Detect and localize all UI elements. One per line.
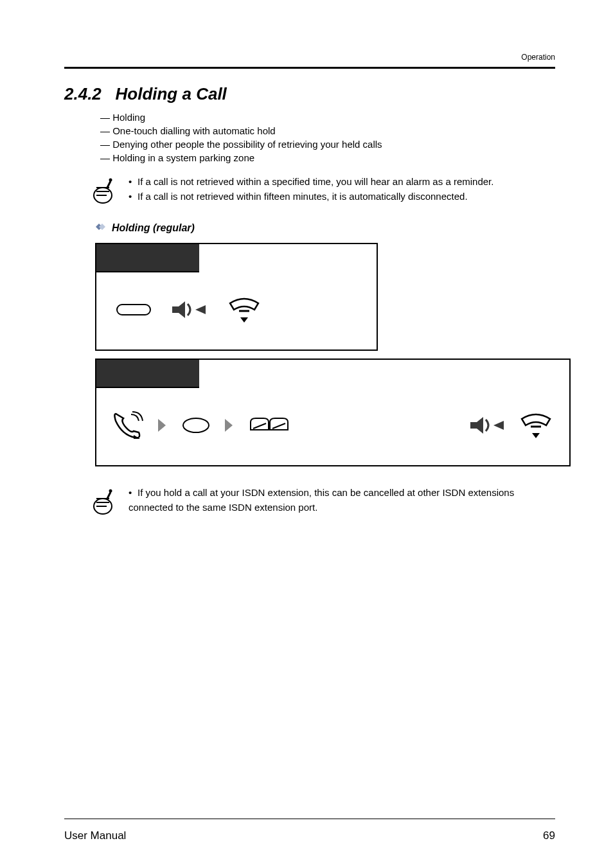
svg-point-15 — [183, 418, 209, 432]
note-block-bottom: •If you hold a call at your ISDN extensi… — [93, 486, 555, 515]
button-key-icon — [181, 416, 211, 438]
section-title: Holding a Call — [116, 84, 227, 103]
note-text-group: •If you hold a call at your ISDN extensi… — [129, 486, 527, 515]
procedure-panel-2 — [95, 359, 571, 466]
confirmation-tone-icon — [171, 300, 207, 322]
svg-point-4 — [109, 179, 112, 182]
svg-rect-19 — [470, 422, 477, 429]
arrow-right-icon — [157, 418, 168, 436]
subitem: — One-touch dialling with automatic hold — [100, 124, 555, 137]
svg-point-27 — [109, 490, 112, 493]
handset-offhook-icon — [112, 411, 144, 443]
subitem: — Holding in a system parking zone — [100, 151, 555, 164]
svg-line-17 — [253, 423, 266, 429]
clipboard-icon — [93, 486, 118, 515]
svg-line-18 — [272, 423, 285, 429]
subitem: — Holding — [100, 111, 555, 124]
header-section: Operation — [521, 53, 555, 62]
handset-down-icon — [518, 412, 554, 441]
button-key-icon — [116, 301, 152, 321]
confirmation-tone-icon — [469, 416, 505, 438]
panel-body — [96, 388, 569, 465]
clipboard-icon — [93, 175, 118, 204]
subheading: Holding (regular) — [112, 222, 195, 234]
panel-body — [96, 272, 377, 350]
panel-tab — [96, 360, 199, 388]
section-number: 2.4.2 — [64, 84, 102, 103]
svg-marker-12 — [240, 317, 248, 323]
arrow-right-icon — [224, 418, 235, 436]
note-line: •If a call is not retrieved within a spe… — [129, 175, 493, 190]
handset-down-icon — [226, 297, 262, 325]
page-footer: User Manual 69 — [64, 819, 555, 842]
diamond-bullet-icon — [93, 222, 107, 234]
footer-rule — [64, 819, 555, 819]
procedure-panel-1 — [95, 243, 378, 351]
svg-rect-9 — [172, 306, 179, 313]
subheading-row: Holding (regular) — [93, 222, 555, 234]
svg-marker-20 — [493, 421, 504, 430]
page: Operation 2.4.2 Holding a Call — Holding… — [0, 0, 613, 868]
note-text-group: •If a call is not retrieved within a spe… — [129, 175, 493, 204]
double-key-icon — [248, 416, 290, 438]
header-rule — [64, 67, 555, 69]
page-number: 69 — [543, 829, 555, 842]
svg-marker-14 — [158, 419, 166, 432]
section-sublist: — Holding — One-touch dialling with auto… — [100, 111, 555, 164]
note-line: •If a call is not retrieved within fifte… — [129, 190, 493, 204]
subitem: — Denying other people the possibility o… — [100, 137, 555, 151]
note-block-top: •If a call is not retrieved within a spe… — [93, 175, 555, 204]
section-heading: 2.4.2 Holding a Call — [64, 84, 555, 104]
panel-tab — [96, 244, 199, 272]
footer-left: User Manual — [64, 829, 126, 842]
note-line: •If you hold a call at your ISDN extensi… — [129, 486, 527, 515]
svg-marker-22 — [532, 433, 540, 438]
svg-marker-16 — [225, 419, 233, 432]
svg-marker-10 — [195, 305, 206, 314]
svg-rect-8 — [117, 305, 150, 315]
